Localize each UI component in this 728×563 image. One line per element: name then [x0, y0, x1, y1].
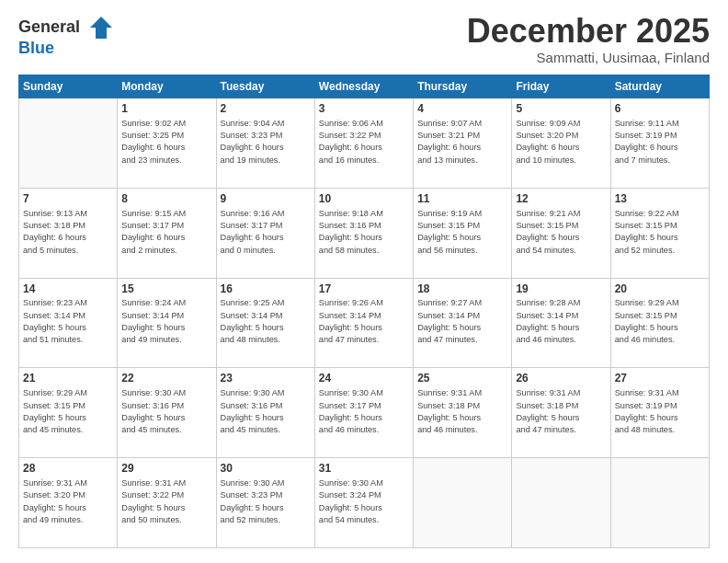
header: General Blue December 2025 Sammatti, Uus… — [18, 15, 710, 65]
table-row: 20Sunrise: 9:29 AM Sunset: 3:15 PM Dayli… — [610, 278, 709, 368]
day-number: 28 — [23, 461, 113, 477]
day-info: Sunrise: 9:31 AM Sunset: 3:20 PM Dayligh… — [23, 477, 113, 526]
table-row: 15Sunrise: 9:24 AM Sunset: 3:14 PM Dayli… — [118, 278, 216, 368]
day-number: 31 — [319, 461, 409, 477]
table-row: 17Sunrise: 9:26 AM Sunset: 3:14 PM Dayli… — [314, 278, 413, 368]
day-info: Sunrise: 9:09 AM Sunset: 3:20 PM Dayligh… — [516, 118, 606, 167]
table-row: 23Sunrise: 9:30 AM Sunset: 3:16 PM Dayli… — [216, 368, 314, 458]
col-tuesday: Tuesday — [216, 75, 314, 98]
table-row: 24Sunrise: 9:30 AM Sunset: 3:17 PM Dayli… — [314, 368, 413, 458]
table-row — [610, 458, 709, 548]
logo-icon — [88, 15, 114, 40]
day-info: Sunrise: 9:16 AM Sunset: 3:17 PM Dayligh… — [221, 208, 311, 257]
day-info: Sunrise: 9:24 AM Sunset: 3:14 PM Dayligh… — [121, 297, 211, 346]
logo: General Blue — [18, 15, 114, 58]
table-row: 27Sunrise: 9:31 AM Sunset: 3:19 PM Dayli… — [610, 368, 709, 458]
day-info: Sunrise: 9:15 AM Sunset: 3:17 PM Dayligh… — [121, 208, 211, 257]
table-row: 3Sunrise: 9:06 AM Sunset: 3:22 PM Daylig… — [314, 98, 413, 189]
day-info: Sunrise: 9:13 AM Sunset: 3:18 PM Dayligh… — [23, 208, 113, 257]
day-info: Sunrise: 9:30 AM Sunset: 3:16 PM Dayligh… — [121, 387, 211, 436]
month-title: December 2025 — [467, 15, 710, 48]
col-friday: Friday — [512, 75, 610, 98]
col-thursday: Thursday — [414, 75, 512, 98]
table-row — [414, 458, 512, 548]
day-number: 25 — [417, 371, 507, 386]
day-info: Sunrise: 9:25 AM Sunset: 3:14 PM Dayligh… — [221, 297, 311, 346]
col-sunday: Sunday — [19, 75, 118, 98]
table-row: 18Sunrise: 9:27 AM Sunset: 3:14 PM Dayli… — [414, 278, 512, 368]
table-row: 26Sunrise: 9:31 AM Sunset: 3:18 PM Dayli… — [512, 368, 610, 458]
logo-general: General — [18, 17, 80, 36]
table-row: 10Sunrise: 9:18 AM Sunset: 3:16 PM Dayli… — [314, 188, 413, 278]
day-number: 24 — [319, 371, 409, 386]
day-number: 20 — [615, 282, 705, 297]
table-row: 7Sunrise: 9:13 AM Sunset: 3:18 PM Daylig… — [19, 188, 118, 278]
calendar-header-row: Sunday Monday Tuesday Wednesday Thursday… — [19, 75, 710, 98]
day-number: 23 — [221, 371, 311, 386]
table-row: 28Sunrise: 9:31 AM Sunset: 3:20 PM Dayli… — [19, 458, 118, 548]
day-info: Sunrise: 9:19 AM Sunset: 3:15 PM Dayligh… — [417, 208, 507, 257]
col-saturday: Saturday — [610, 75, 709, 98]
table-row: 31Sunrise: 9:30 AM Sunset: 3:24 PM Dayli… — [314, 458, 413, 548]
table-row — [512, 458, 610, 548]
day-number: 26 — [516, 371, 606, 386]
table-row — [19, 98, 118, 189]
day-info: Sunrise: 9:02 AM Sunset: 3:25 PM Dayligh… — [121, 118, 211, 167]
day-info: Sunrise: 9:23 AM Sunset: 3:14 PM Dayligh… — [23, 297, 113, 346]
col-wednesday: Wednesday — [314, 75, 413, 98]
day-info: Sunrise: 9:04 AM Sunset: 3:23 PM Dayligh… — [221, 118, 311, 167]
day-number: 14 — [23, 282, 113, 297]
table-row: 6Sunrise: 9:11 AM Sunset: 3:19 PM Daylig… — [610, 98, 709, 189]
day-number: 29 — [121, 461, 211, 477]
day-number: 15 — [121, 282, 211, 297]
day-number: 7 — [23, 191, 113, 207]
day-info: Sunrise: 9:31 AM Sunset: 3:19 PM Dayligh… — [615, 387, 705, 436]
table-row: 25Sunrise: 9:31 AM Sunset: 3:18 PM Dayli… — [414, 368, 512, 458]
day-info: Sunrise: 9:30 AM Sunset: 3:23 PM Dayligh… — [221, 477, 311, 526]
day-info: Sunrise: 9:31 AM Sunset: 3:18 PM Dayligh… — [417, 387, 507, 436]
table-row: 19Sunrise: 9:28 AM Sunset: 3:14 PM Dayli… — [512, 278, 610, 368]
day-info: Sunrise: 9:30 AM Sunset: 3:17 PM Dayligh… — [319, 387, 409, 436]
day-number: 30 — [221, 461, 311, 477]
table-row: 5Sunrise: 9:09 AM Sunset: 3:20 PM Daylig… — [512, 98, 610, 189]
table-row: 11Sunrise: 9:19 AM Sunset: 3:15 PM Dayli… — [414, 188, 512, 278]
day-number: 18 — [417, 282, 507, 297]
table-row: 30Sunrise: 9:30 AM Sunset: 3:23 PM Dayli… — [216, 458, 314, 548]
table-row: 12Sunrise: 9:21 AM Sunset: 3:15 PM Dayli… — [512, 188, 610, 278]
day-info: Sunrise: 9:27 AM Sunset: 3:14 PM Dayligh… — [417, 297, 507, 346]
day-info: Sunrise: 9:30 AM Sunset: 3:24 PM Dayligh… — [319, 477, 409, 526]
col-monday: Monday — [118, 75, 216, 98]
day-number: 16 — [221, 282, 311, 297]
table-row: 13Sunrise: 9:22 AM Sunset: 3:15 PM Dayli… — [610, 188, 709, 278]
day-info: Sunrise: 9:06 AM Sunset: 3:22 PM Dayligh… — [319, 118, 409, 167]
day-number: 10 — [319, 191, 409, 207]
day-number: 8 — [121, 191, 211, 207]
day-number: 19 — [516, 282, 606, 297]
day-number: 11 — [417, 191, 507, 207]
day-info: Sunrise: 9:31 AM Sunset: 3:18 PM Dayligh… — [516, 387, 606, 436]
day-number: 22 — [121, 371, 211, 386]
day-number: 27 — [615, 371, 705, 386]
day-number: 21 — [23, 371, 113, 386]
calendar-table: Sunday Monday Tuesday Wednesday Thursday… — [18, 75, 710, 548]
table-row: 22Sunrise: 9:30 AM Sunset: 3:16 PM Dayli… — [118, 368, 216, 458]
table-row: 14Sunrise: 9:23 AM Sunset: 3:14 PM Dayli… — [19, 278, 118, 368]
day-info: Sunrise: 9:28 AM Sunset: 3:14 PM Dayligh… — [516, 297, 606, 346]
day-info: Sunrise: 9:29 AM Sunset: 3:15 PM Dayligh… — [615, 297, 705, 346]
day-info: Sunrise: 9:26 AM Sunset: 3:14 PM Dayligh… — [319, 297, 409, 346]
table-row: 21Sunrise: 9:29 AM Sunset: 3:15 PM Dayli… — [19, 368, 118, 458]
day-info: Sunrise: 9:07 AM Sunset: 3:21 PM Dayligh… — [417, 118, 507, 167]
table-row: 8Sunrise: 9:15 AM Sunset: 3:17 PM Daylig… — [118, 188, 216, 278]
day-info: Sunrise: 9:30 AM Sunset: 3:16 PM Dayligh… — [221, 387, 311, 436]
day-number: 3 — [319, 101, 409, 117]
table-row: 2Sunrise: 9:04 AM Sunset: 3:23 PM Daylig… — [216, 98, 314, 189]
day-number: 2 — [221, 101, 311, 117]
table-row: 9Sunrise: 9:16 AM Sunset: 3:17 PM Daylig… — [216, 188, 314, 278]
day-number: 12 — [516, 191, 606, 207]
day-info: Sunrise: 9:18 AM Sunset: 3:16 PM Dayligh… — [319, 208, 409, 257]
table-row: 29Sunrise: 9:31 AM Sunset: 3:22 PM Dayli… — [118, 458, 216, 548]
day-number: 1 — [121, 101, 211, 117]
day-number: 5 — [516, 101, 606, 117]
day-number: 4 — [417, 101, 507, 117]
day-info: Sunrise: 9:29 AM Sunset: 3:15 PM Dayligh… — [23, 387, 113, 436]
